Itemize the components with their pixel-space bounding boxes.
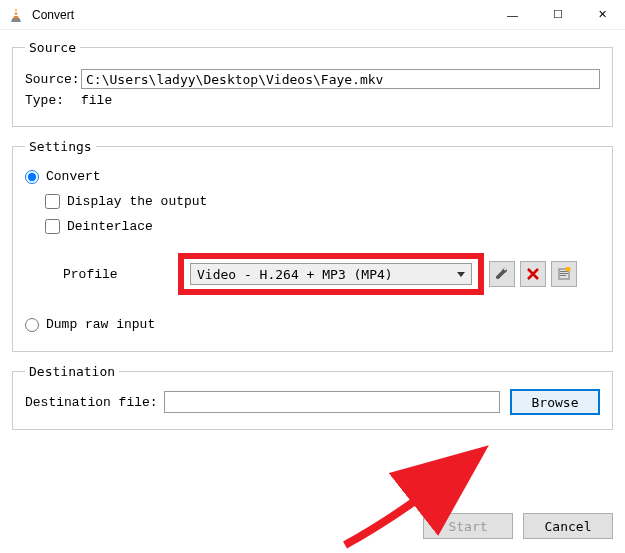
destination-file-label: Destination file: (25, 395, 158, 410)
browse-button[interactable]: Browse (510, 389, 600, 415)
settings-legend: Settings (25, 139, 96, 154)
svg-point-8 (566, 267, 571, 272)
profile-label: Profile (63, 267, 178, 282)
close-button[interactable]: ✕ (580, 0, 625, 29)
source-input[interactable] (81, 69, 600, 89)
start-label: Start (448, 519, 487, 534)
type-label: Type: (25, 93, 81, 108)
convert-label: Convert (46, 169, 101, 184)
source-legend: Source (25, 40, 80, 55)
delete-profile-button[interactable] (520, 261, 546, 287)
settings-group: Settings Convert Display the output Dein… (12, 139, 613, 352)
dump-label: Dump raw input (46, 317, 155, 332)
profile-dropdown[interactable]: Video - H.264 + MP3 (MP4) (190, 263, 472, 285)
destination-group: Destination Destination file: Browse (12, 364, 613, 430)
convert-radio[interactable]: Convert (25, 169, 101, 184)
svg-rect-6 (560, 273, 568, 274)
minimize-button[interactable]: — (490, 0, 535, 29)
new-profile-button[interactable] (551, 261, 577, 287)
footer: Start Cancel (401, 505, 625, 547)
svg-rect-7 (560, 275, 566, 276)
browse-label: Browse (532, 395, 579, 410)
destination-file-input[interactable] (164, 391, 500, 413)
svg-marker-0 (14, 8, 19, 18)
cancel-label: Cancel (545, 519, 592, 534)
svg-rect-1 (14, 11, 18, 13)
svg-rect-2 (14, 14, 19, 16)
convert-radio-input[interactable] (25, 170, 39, 184)
maximize-button[interactable]: ☐ (535, 0, 580, 29)
type-value: file (81, 93, 112, 108)
deinterlace-checkbox[interactable]: Deinterlace (45, 219, 153, 234)
dump-radio[interactable]: Dump raw input (25, 317, 155, 332)
source-label: Source: (25, 72, 81, 87)
vlc-icon (8, 7, 24, 23)
dump-radio-input[interactable] (25, 318, 39, 332)
edit-profile-button[interactable] (489, 261, 515, 287)
source-group: Source Source: Type: file (12, 40, 613, 127)
profile-highlight: Video - H.264 + MP3 (MP4) (178, 253, 484, 295)
display-output-input[interactable] (45, 194, 60, 209)
wrench-icon (495, 267, 509, 281)
cancel-button[interactable]: Cancel (523, 513, 613, 539)
deinterlace-input[interactable] (45, 219, 60, 234)
window-controls: — ☐ ✕ (490, 0, 625, 29)
delete-icon (527, 268, 539, 280)
display-output-checkbox[interactable]: Display the output (45, 194, 207, 209)
destination-legend: Destination (25, 364, 119, 379)
start-button[interactable]: Start (423, 513, 513, 539)
titlebar: Convert — ☐ ✕ (0, 0, 625, 30)
new-profile-icon (557, 267, 571, 281)
profile-value: Video - H.264 + MP3 (MP4) (197, 267, 393, 282)
window-title: Convert (32, 8, 490, 22)
deinterlace-label: Deinterlace (67, 219, 153, 234)
display-output-label: Display the output (67, 194, 207, 209)
svg-marker-3 (11, 18, 21, 22)
